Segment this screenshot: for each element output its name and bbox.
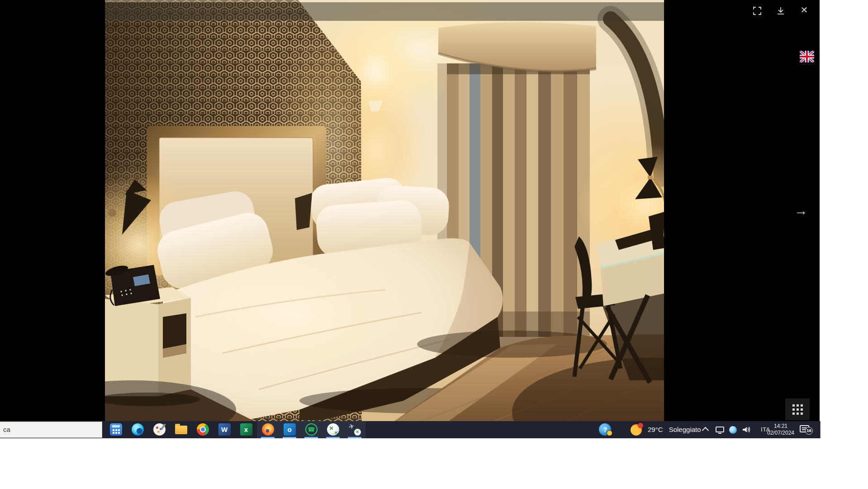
- taskbar-app-outlook[interactable]: o: [279, 421, 300, 438]
- globe-tray-icon[interactable]: [729, 426, 737, 434]
- taskbar-app-calculator[interactable]: [105, 421, 127, 438]
- transfer-app-icon: ✈ ✕: [349, 423, 361, 436]
- taskbar-app-excel[interactable]: x: [235, 421, 257, 438]
- clock-date: 02/07/2024: [764, 430, 797, 436]
- hotel-room-photo[interactable]: [105, 0, 664, 421]
- firefox-icon: [262, 423, 274, 436]
- close-icon[interactable]: ✕: [799, 5, 810, 15]
- weather-condition: Soleggiato: [669, 426, 701, 433]
- taskbar-search-box[interactable]: ca: [0, 422, 102, 438]
- weather-sun-icon[interactable]: [631, 424, 642, 436]
- download-icon[interactable]: [775, 5, 786, 16]
- paint-icon: [153, 423, 166, 436]
- search-text: ca: [3, 426, 10, 433]
- excel-icon: x: [240, 423, 252, 436]
- whatsapp-icon: ☎: [305, 423, 318, 436]
- taskbar-app-word[interactable]: W: [213, 421, 235, 438]
- image-lightbox: ✕ →: [0, 0, 820, 421]
- word-icon: W: [218, 423, 231, 436]
- calculator-icon: [110, 423, 122, 436]
- edge-icon: [132, 423, 144, 436]
- clock-time: 14:21: [764, 423, 797, 430]
- taskbar-app-paint[interactable]: [148, 421, 170, 438]
- taskbar-app-firefox[interactable]: [257, 421, 279, 438]
- fullscreen-icon[interactable]: [752, 5, 763, 16]
- next-arrow[interactable]: →: [794, 204, 808, 217]
- volume-icon[interactable]: [742, 426, 751, 433]
- windows-taskbar: ca W x o ☎ ✕ ✕ ✈: [0, 421, 820, 438]
- action-center-icon[interactable]: 16: [800, 425, 809, 432]
- weather-widget[interactable]: 29°C Soleggiato: [648, 421, 705, 438]
- sphere-app-icon: ✕ ✕: [327, 423, 339, 436]
- network-monitor-icon[interactable]: [716, 427, 724, 432]
- screen: ✕ → ca: [0, 0, 868, 489]
- thumbnail-grid-button[interactable]: [785, 398, 810, 420]
- hotel-room-photo-art: [105, 0, 664, 421]
- taskbar-app-transfer[interactable]: ✈ ✕: [344, 421, 365, 438]
- help-tray-icon[interactable]: ?: [599, 423, 611, 436]
- notification-badge: 16: [805, 427, 813, 435]
- taskbar-app-whatsapp[interactable]: ☎: [300, 421, 322, 438]
- uk-flag-icon[interactable]: [800, 51, 814, 62]
- taskbar-app-edge[interactable]: [127, 421, 148, 438]
- taskbar-app-file-explorer[interactable]: [170, 421, 192, 438]
- taskbar-clock[interactable]: 14:21 02/07/2024: [764, 423, 797, 436]
- weather-temperature: 29°C: [648, 426, 663, 433]
- taskbar-app-chrome[interactable]: [192, 421, 213, 438]
- outlook-icon: o: [284, 423, 296, 436]
- chrome-icon: [197, 423, 209, 436]
- taskbar-app-sphere[interactable]: ✕ ✕: [322, 421, 344, 438]
- file-explorer-icon: [175, 426, 187, 434]
- grid-icon: [792, 404, 803, 415]
